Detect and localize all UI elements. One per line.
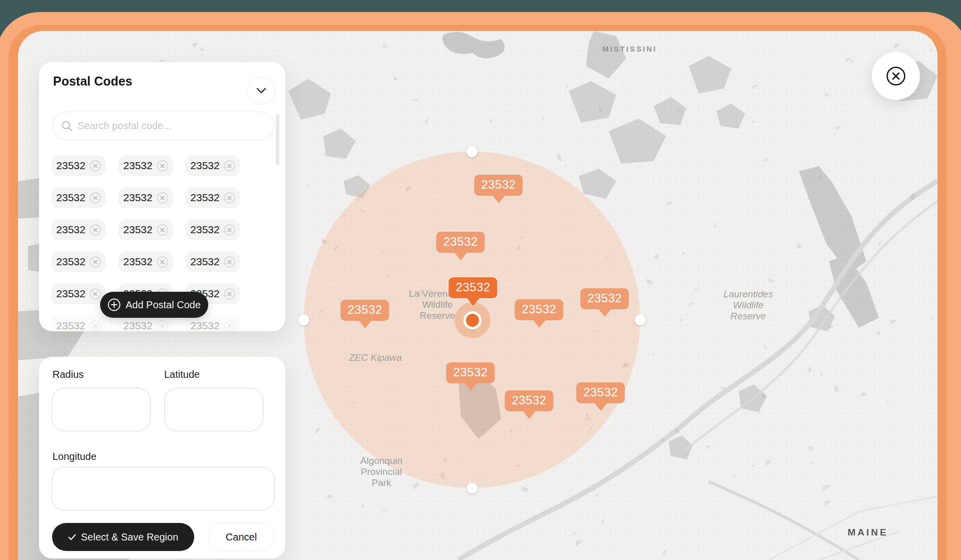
map-pin-label: 23532 [515,299,563,320]
remove-chip-icon[interactable] [157,320,168,332]
remove-chip-icon[interactable] [157,192,168,204]
postal-code-chip-label: 23532 [56,160,85,172]
postal-code-chip[interactable]: 23532 [119,187,173,208]
postal-code-chip-label: 23532 [190,160,219,172]
map-pin-label: 23532 [446,362,495,383]
cancel-button[interactable]: Cancel [208,523,275,551]
chevron-down-icon [256,88,266,94]
select-save-region-label: Select & Save Region [81,531,179,543]
postal-code-chip-label: 23532 [123,320,152,331]
postal-code-chip[interactable]: 23532 [52,251,106,272]
postal-code-chip-label: 23532 [190,192,219,204]
postal-code-chip[interactable]: 23532 [52,187,106,208]
map-pin-label: 23532 [340,300,389,321]
map-place-label-mistissini: MISTISSINI [602,44,657,55]
map-pin[interactable]: 23532 [340,300,389,321]
region-settings-panel: Radius Latitude Longitude Select & Save … [39,357,285,558]
remove-chip-icon[interactable] [224,160,235,172]
remove-chip-icon[interactable] [224,224,235,236]
map-pin[interactable]: 23532 [580,288,629,309]
map-pin[interactable]: 23532 [436,232,485,253]
map-place-label-zec-kipawa: ZEC Kipawa [349,352,402,363]
map-pin[interactable]: 23532 [446,362,495,383]
postal-code-chip-label: 23532 [123,160,152,172]
select-save-region-button[interactable]: Select & Save Region [52,523,194,551]
map-pin-label: 23532 [436,232,485,253]
add-postal-code-button[interactable]: Add Postal Code [100,292,208,318]
postal-code-chip-label: 23532 [56,224,85,236]
postal-code-chip-label: 23532 [56,288,85,300]
radius-label: Radius [53,369,84,380]
remove-chip-icon[interactable] [90,224,101,236]
remove-chip-icon[interactable] [90,160,101,172]
postal-code-chip[interactable]: 23532 [52,315,106,331]
region-resize-handle-bottom[interactable] [466,482,477,493]
plus-circle-icon [108,298,121,311]
remove-chip-icon[interactable] [224,256,235,268]
map-pin-label: 23532 [576,382,625,403]
map-pin[interactable]: 23532 [474,175,523,196]
postal-code-chip-label: 23532 [190,256,219,268]
postal-code-chip-label: 23532 [56,320,85,331]
latitude-label: Latitude [164,369,200,380]
map-pin[interactable]: 23532 [505,390,553,411]
radius-input[interactable] [52,388,151,431]
region-resize-handle-left[interactable] [298,314,309,325]
postal-code-chip-label: 23532 [56,192,85,204]
map-pin-label: 23532 [505,390,553,411]
check-icon [68,534,76,540]
close-map-button[interactable] [872,52,920,100]
center-marker[interactable] [463,311,482,329]
remove-chip-icon[interactable] [90,192,101,204]
map-place-label-maine: MAINE [847,527,888,538]
remove-chip-icon[interactable] [224,192,235,204]
search-icon [61,120,73,132]
remove-chip-icon[interactable] [157,256,168,268]
region-resize-handle-top[interactable] [466,146,477,157]
chip-list-scrollbar[interactable] [276,114,279,165]
postal-code-chip-label: 23532 [56,256,85,268]
remove-chip-icon[interactable] [224,288,235,300]
map-place-label-laurentides: Laurentides Wildlife Reserve [723,289,773,322]
postal-code-chip[interactable]: 23532 [52,283,106,304]
map-pin-selected[interactable]: 23532 [448,277,497,298]
longitude-label: Longitude [53,451,97,462]
postal-code-chip[interactable]: 23532 [119,155,173,176]
postal-code-chip[interactable]: 23532 [186,251,240,272]
remove-chip-icon[interactable] [157,224,168,236]
collapse-panel-button[interactable] [247,77,275,105]
region-resize-handle-right[interactable] [635,314,646,325]
postal-code-chip[interactable]: 23532 [52,219,106,240]
postal-code-chip-label: 23532 [123,192,152,204]
map-pin[interactable]: 23532 [576,382,625,403]
remove-chip-icon[interactable] [90,288,101,300]
map-pin-label: 23532 [448,277,497,298]
postal-code-chip-label: 23532 [190,320,219,331]
postal-code-chip-label: 23532 [190,224,219,236]
postal-code-chip-label: 23532 [123,256,152,268]
remove-chip-icon[interactable] [90,320,101,332]
map-pin-label: 23532 [580,288,629,309]
postal-code-chip[interactable]: 23532 [186,187,240,208]
postal-codes-panel: Postal Codes 235322353223532235322353223… [39,62,285,331]
postal-code-chip[interactable]: 23532 [186,155,240,176]
map-place-label-algonquin: Algonquin Provincial Park [360,455,403,488]
remove-chip-icon[interactable] [90,256,101,268]
close-icon [885,65,907,87]
add-postal-code-label: Add Postal Code [126,299,201,311]
panel-title: Postal Codes [53,74,132,89]
map-pin-label: 23532 [474,175,523,196]
postal-code-chip[interactable]: 23532 [119,251,173,272]
postal-code-chip[interactable]: 23532 [119,219,173,240]
latitude-input[interactable] [164,388,263,431]
cancel-label: Cancel [226,531,257,543]
remove-chip-icon[interactable] [157,160,168,172]
postal-code-chip-label: 23532 [123,224,152,236]
longitude-input[interactable] [52,467,275,510]
search-postal-code-input[interactable] [52,112,274,140]
remove-chip-icon[interactable] [224,320,235,332]
map-pin[interactable]: 23532 [515,299,563,320]
postal-code-chip[interactable]: 23532 [186,219,240,240]
postal-code-chip[interactable]: 23532 [52,155,106,176]
